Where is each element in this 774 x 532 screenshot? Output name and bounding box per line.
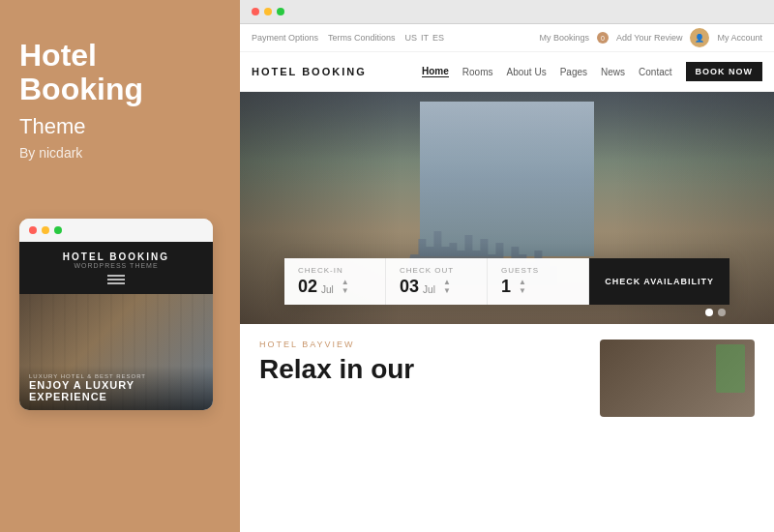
checkin-label: CHECK-IN [298,266,372,275]
site-logo: HOTEL BOOKING [252,66,367,77]
dot-red [29,226,37,234]
right-panel: Payment Options Terms Conditions US IT E… [240,0,774,532]
bottom-left: HOTEL BAYVIEW Relax in our [259,340,580,517]
checkin-down[interactable]: ▼ [342,287,349,295]
checkout-up[interactable]: ▲ [443,279,451,286]
hero-section: CHECK-IN 02 Jul ▲ ▼ CHECK OUT 03 Jul [240,92,774,324]
left-panel: Hotel Booking Theme By nicdark HOTEL BOO… [0,0,240,532]
dot-green [54,226,62,234]
nav-news[interactable]: News [601,67,625,77]
nav-contact[interactable]: Contact [639,67,671,77]
mobile-logo-sub: WORDPRESS THEME [29,262,203,269]
site-nav: Home Rooms About Us Pages News Contact B… [422,62,762,81]
add-review-link[interactable]: Add Your Review [616,33,683,43]
guests-down[interactable]: ▼ [519,287,526,295]
left-author: By nicdark [19,145,221,161]
checkin-day: 02 [298,277,317,297]
mobile-hero-image: LUXURY HOTEL & BEST RESORT ENJOY A LUXUR… [19,294,213,410]
window-light-effect [420,102,594,256]
my-bookings-link[interactable]: My Bookings [539,33,589,43]
guests-up[interactable]: ▲ [519,279,526,286]
guests-stepper[interactable]: ▲ ▼ [519,279,526,295]
checkout-stepper[interactable]: ▲ ▼ [443,279,451,295]
browser-chrome [240,0,774,24]
mobile-logo-text: HOTEL BOOKING [29,251,203,262]
nav-pages[interactable]: Pages [560,67,587,77]
book-now-button[interactable]: BOOK NOW [686,62,763,81]
guests-label: GUESTS [501,266,575,275]
website-content: Payment Options Terms Conditions US IT E… [240,24,774,532]
guests-count: 1 [501,277,511,297]
checkout-down[interactable]: ▼ [443,287,451,295]
lang-us[interactable]: US [405,33,418,43]
browser-dot-red[interactable] [252,8,259,15]
topbar-right: My Bookings 0 Add Your Review 👤 My Accou… [539,28,762,47]
site-topbar: Payment Options Terms Conditions US IT E… [240,24,774,52]
browser-dot-yellow[interactable] [264,8,272,15]
user-account-link[interactable]: My Account [717,33,762,43]
lang-es[interactable]: ES [432,33,444,43]
checkin-value: 02 Jul ▲ ▼ [298,277,372,297]
checkout-label: CHECK OUT [400,266,473,275]
payment-options-link[interactable]: Payment Options [252,33,318,43]
checkout-value: 03 Jul ▲ ▼ [400,277,473,297]
left-subtitle: Theme [19,114,221,139]
left-title: Hotel Booking [19,39,221,106]
mobile-hero-cta: ENJOY A LUXURY EXPERIENCE [29,379,203,402]
mobile-top-bar [19,219,213,242]
browser-dot-green[interactable] [277,8,284,15]
checkout-field: CHECK OUT 03 Jul ▲ ▼ [386,258,488,305]
terms-conditions-link[interactable]: Terms Conditions [328,33,396,43]
guests-field: GUESTS 1 ▲ ▼ [488,258,589,305]
slider-dots [705,309,726,316]
lang-it[interactable]: IT [421,33,429,43]
mobile-hero-overlay: LUXURY HOTEL & BEST RESORT ENJOY A LUXUR… [19,366,213,410]
guests-value: 1 ▲ ▼ [501,277,575,297]
checkout-day: 03 [400,277,419,297]
hotel-label: HOTEL BAYVIEW [259,340,580,349]
check-availability-button[interactable]: CHECK AVAILABILITY [589,258,729,305]
checkout-month: Jul [423,284,435,295]
checkin-field: CHECK-IN 02 Jul ▲ ▼ [284,258,386,305]
checkin-stepper[interactable]: ▲ ▼ [342,279,349,295]
slider-dot-2[interactable] [718,309,726,316]
checkin-up[interactable]: ▲ [342,279,349,286]
mobile-header: HOTEL BOOKING WORDPRESS THEME [19,242,213,294]
mobile-preview-card: HOTEL BOOKING WORDPRESS THEME LUXURY HOT… [19,219,213,410]
avatar[interactable]: 👤 [690,28,709,47]
bottom-right-image [600,340,755,417]
hotel-headline: Relax in our [259,355,580,385]
bottom-section: HOTEL BAYVIEW Relax in our [240,324,774,532]
dot-yellow [42,226,49,234]
booking-widget: CHECK-IN 02 Jul ▲ ▼ CHECK OUT 03 Jul [284,258,729,305]
slider-dot-1[interactable] [705,309,713,316]
nav-about[interactable]: About Us [507,67,547,77]
mobile-menu-icon [29,275,203,284]
checkin-month: Jul [321,284,334,295]
site-navbar: HOTEL BOOKING Home Rooms About Us Pages … [240,52,774,92]
nav-home[interactable]: Home [422,66,449,77]
topbar-left: Payment Options Terms Conditions US IT E… [252,33,444,43]
language-options: US IT ES [405,33,445,43]
nav-rooms[interactable]: Rooms [462,67,493,77]
cart-badge[interactable]: 0 [597,32,609,44]
